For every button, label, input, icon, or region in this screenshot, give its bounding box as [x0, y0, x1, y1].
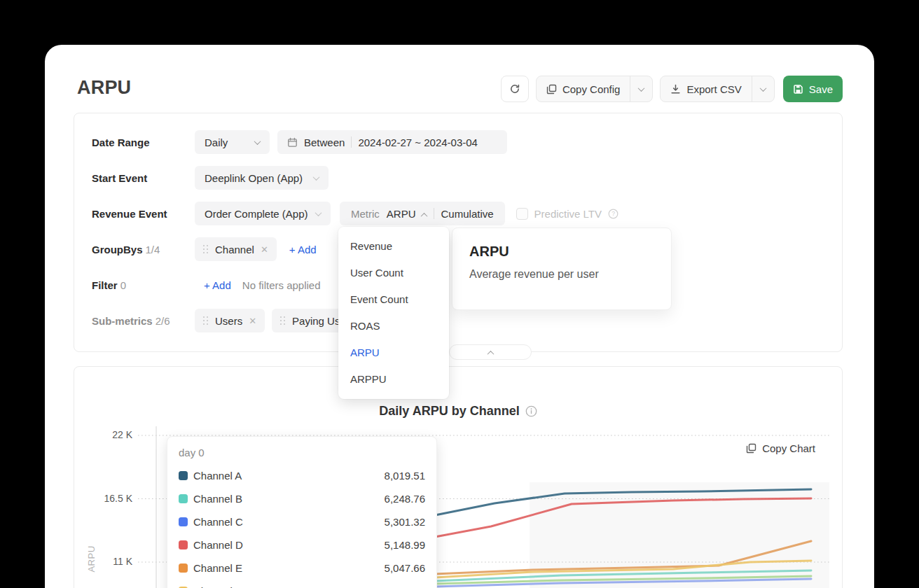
export-csv-button[interactable]: Export CSV — [661, 76, 751, 102]
revenue-event-value: Order Complete (App) — [205, 208, 308, 220]
series-swatch — [179, 564, 188, 573]
start-event-value: Deeplink Open (App) — [205, 172, 303, 184]
metric-select[interactable]: ARPU — [387, 208, 427, 220]
groupbys-label: GroupBys — [92, 244, 143, 255]
calendar-icon — [287, 137, 298, 148]
help-icon: ? — [608, 209, 619, 219]
revenue-event-label: Revenue Event — [92, 208, 167, 220]
add-groupby-button[interactable]: + Add — [289, 244, 317, 255]
copy-config-label: Copy Config — [562, 83, 621, 95]
divider — [351, 136, 352, 148]
filter-label: Filter — [92, 279, 118, 291]
revenue-event-row: Revenue Event Order Complete (App) Metri… — [92, 202, 842, 225]
series-swatch — [179, 494, 188, 503]
series-name: Channel C — [193, 516, 243, 528]
copy-icon — [546, 84, 557, 94]
tooltip-series-row: Channel B6,248.76 — [179, 491, 425, 506]
popover-title: ARPU — [469, 244, 654, 260]
save-label: Save — [809, 83, 833, 95]
chevron-down-icon — [315, 209, 322, 216]
refresh-button[interactable] — [501, 76, 529, 102]
collapse-panel-button[interactable] — [449, 344, 532, 360]
remove-icon[interactable]: ✕ — [261, 244, 268, 255]
copy-config-button[interactable]: Copy Config — [537, 76, 630, 102]
tooltip-series-row: Channel A8,019.51 — [179, 468, 425, 483]
export-csv-label: Export CSV — [686, 83, 741, 95]
series-name: Channel B — [193, 493, 242, 505]
submetrics-row: Sub-metrics2/6 Users ✕ Paying Use — [92, 309, 842, 332]
metric-value: ARPU — [387, 208, 416, 220]
series-swatch — [179, 471, 188, 480]
granularity-select[interactable]: Daily — [195, 130, 270, 154]
series-value: 8,019.51 — [385, 470, 425, 482]
series-value: 3,411.34 — [385, 585, 425, 588]
series-name: Channel A — [193, 470, 242, 482]
popover-description: Average revenue per user — [469, 268, 654, 281]
start-event-label: Start Event — [92, 172, 147, 184]
chevron-down-icon — [313, 174, 320, 181]
tooltip-x-label: day 0 — [179, 447, 425, 462]
metric-option-arpu[interactable]: ARPU — [338, 339, 449, 365]
start-event-select[interactable]: Deeplink Open (App) — [195, 166, 329, 190]
predictive-ltv-option: Predictive LTV ? — [516, 208, 619, 220]
save-button[interactable]: Save — [783, 76, 843, 102]
chevron-down-icon — [759, 85, 766, 92]
add-filter-button[interactable]: + Add — [204, 279, 231, 291]
metric-option-user-count[interactable]: User Count — [338, 259, 449, 286]
tooltip-series-row: Channel C5,301.32 — [179, 514, 425, 529]
submetrics-label: Sub-metrics — [92, 315, 153, 327]
chevron-down-icon — [254, 138, 261, 145]
metric-option-arppu[interactable]: ARPPU — [338, 365, 449, 392]
metric-option-event-count[interactable]: Event Count — [338, 286, 449, 312]
chevron-up-icon — [487, 351, 494, 358]
filter-count: 0 — [120, 279, 126, 291]
metric-option-roas[interactable]: ROAS — [338, 312, 449, 339]
date-range-row: Date Range Daily Between 2024-02-27 ~ 20… — [92, 130, 842, 154]
date-range-value: 2024-02-27 ~ 2024-03-04 — [358, 136, 478, 148]
drag-handle-icon[interactable] — [280, 316, 286, 325]
date-mode-label: Between — [304, 136, 345, 148]
series-value: 6,248.76 — [385, 493, 425, 505]
download-icon — [670, 84, 681, 94]
export-csv-caret[interactable] — [752, 76, 774, 102]
tooltip-series-row: Channel F3,411.34 — [179, 583, 425, 588]
tooltip-series-row: Channel D5,148.99 — [179, 537, 425, 552]
submetrics-count: 2/6 — [156, 315, 170, 327]
granularity-value: Daily — [205, 136, 228, 148]
metric-option-revenue[interactable]: Revenue — [338, 232, 449, 259]
metric-info-popover: ARPU Average revenue per user — [452, 227, 672, 310]
tooltip-series-row: Channel E5,047.66 — [179, 560, 425, 575]
copy-config-caret[interactable] — [630, 76, 652, 102]
toolbar: Copy Config Export CSV Save — [501, 76, 843, 102]
copy-config-split-button: Copy Config — [536, 76, 654, 102]
drag-handle-icon[interactable] — [203, 316, 209, 325]
chevron-up-icon — [420, 213, 427, 220]
chevron-down-icon — [638, 85, 645, 92]
series-name: Channel D — [193, 539, 243, 551]
predictive-ltv-label: Predictive LTV — [534, 208, 602, 220]
series-swatch — [179, 540, 188, 550]
groupby-chip-label: Channel — [215, 244, 254, 255]
metric-dropdown: RevenueUser CountEvent CountROASARPUARPP… — [338, 227, 449, 399]
metric-cumulative-group: Metric ARPU Cumulative — [340, 202, 505, 225]
cumulative-toggle[interactable]: Cumulative — [441, 208, 494, 220]
submetric-chip-users[interactable]: Users ✕ — [195, 309, 265, 332]
chart-panel: Daily ARPU by Channel Copy Chart 22 K 16… — [74, 366, 843, 588]
groupby-chip-channel[interactable]: Channel ✕ — [195, 237, 277, 261]
main-window: ARPU Copy Config — [45, 45, 874, 588]
divider — [434, 208, 434, 219]
save-icon — [793, 84, 803, 94]
series-swatch — [179, 517, 188, 526]
remove-icon[interactable]: ✕ — [249, 316, 256, 326]
chart-tooltip: day 0 Channel A8,019.51Channel B6,248.76… — [167, 436, 437, 588]
date-range-picker[interactable]: Between 2024-02-27 ~ 2024-03-04 — [277, 130, 507, 154]
start-event-row: Start Event Deeplink Open (App) — [92, 166, 842, 190]
svg-text:?: ? — [611, 210, 615, 217]
series-value: 5,148.99 — [385, 539, 425, 551]
series-value: 5,301.32 — [385, 516, 425, 528]
drag-handle-icon[interactable] — [203, 245, 209, 253]
predictive-ltv-checkbox[interactable] — [516, 208, 528, 220]
revenue-event-select[interactable]: Order Complete (App) — [195, 202, 331, 225]
no-filters-hint: No filters applied — [242, 279, 321, 291]
groupbys-count: 1/4 — [146, 244, 160, 255]
